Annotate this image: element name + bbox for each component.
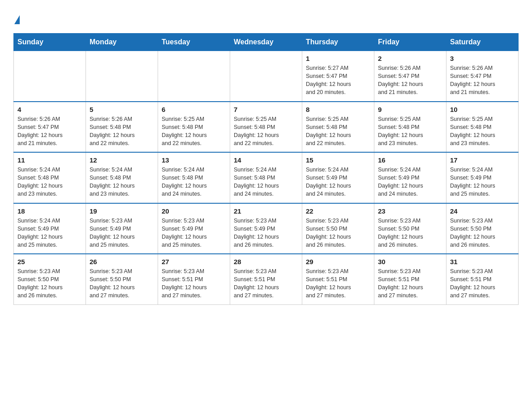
calendar-cell — [158, 51, 230, 102]
day-info: Sunrise: 5:27 AM Sunset: 5:47 PM Dayligh… — [306, 64, 370, 97]
day-info: Sunrise: 5:23 AM Sunset: 5:49 PM Dayligh… — [234, 217, 298, 249]
calendar-cell — [86, 51, 158, 102]
calendar-week-row: 1Sunrise: 5:27 AM Sunset: 5:47 PM Daylig… — [14, 51, 519, 102]
day-number: 30 — [378, 258, 442, 265]
day-number: 5 — [90, 106, 154, 113]
day-info: Sunrise: 5:23 AM Sunset: 5:51 PM Dayligh… — [378, 267, 442, 300]
calendar-cell: 19Sunrise: 5:23 AM Sunset: 5:49 PM Dayli… — [86, 203, 158, 254]
calendar-cell: 13Sunrise: 5:24 AM Sunset: 5:48 PM Dayli… — [158, 152, 230, 203]
day-number: 25 — [17, 258, 82, 265]
day-number: 10 — [450, 106, 515, 113]
day-info: Sunrise: 5:26 AM Sunset: 5:47 PM Dayligh… — [17, 115, 82, 148]
day-info: Sunrise: 5:24 AM Sunset: 5:48 PM Dayligh… — [234, 166, 298, 198]
day-info: Sunrise: 5:23 AM Sunset: 5:51 PM Dayligh… — [162, 267, 226, 300]
day-number: 21 — [234, 207, 298, 215]
day-number: 26 — [90, 258, 154, 265]
calendar-week-row: 25Sunrise: 5:23 AM Sunset: 5:50 PM Dayli… — [14, 254, 519, 304]
weekday-header: Wednesday — [230, 34, 302, 51]
calendar-cell: 6Sunrise: 5:25 AM Sunset: 5:48 PM Daylig… — [158, 102, 230, 153]
day-number: 13 — [162, 156, 226, 164]
day-number: 11 — [17, 156, 82, 164]
calendar-week-row: 4Sunrise: 5:26 AM Sunset: 5:47 PM Daylig… — [14, 102, 519, 153]
calendar-cell — [230, 51, 302, 102]
calendar-cell: 30Sunrise: 5:23 AM Sunset: 5:51 PM Dayli… — [374, 254, 446, 304]
day-number: 22 — [306, 207, 370, 215]
day-number: 29 — [306, 258, 370, 265]
weekday-header: Sunday — [14, 34, 86, 51]
day-info: Sunrise: 5:25 AM Sunset: 5:48 PM Dayligh… — [378, 115, 442, 148]
day-info: Sunrise: 5:24 AM Sunset: 5:49 PM Dayligh… — [450, 166, 515, 198]
day-number: 23 — [378, 207, 442, 215]
calendar-cell: 8Sunrise: 5:25 AM Sunset: 5:48 PM Daylig… — [302, 102, 374, 153]
calendar-cell: 17Sunrise: 5:24 AM Sunset: 5:49 PM Dayli… — [446, 152, 519, 203]
calendar-cell — [14, 51, 86, 102]
calendar-cell: 15Sunrise: 5:24 AM Sunset: 5:49 PM Dayli… — [302, 152, 374, 203]
day-number: 28 — [234, 258, 298, 265]
calendar-cell: 4Sunrise: 5:26 AM Sunset: 5:47 PM Daylig… — [14, 102, 86, 153]
day-number: 27 — [162, 258, 226, 265]
calendar-cell: 9Sunrise: 5:25 AM Sunset: 5:48 PM Daylig… — [374, 102, 446, 153]
logo — [13, 13, 20, 24]
calendar-cell: 28Sunrise: 5:23 AM Sunset: 5:51 PM Dayli… — [230, 254, 302, 304]
page: SundayMondayTuesdayWednesdayThursdayFrid… — [0, 0, 532, 314]
calendar-cell: 16Sunrise: 5:24 AM Sunset: 5:49 PM Dayli… — [374, 152, 446, 203]
day-info: Sunrise: 5:25 AM Sunset: 5:48 PM Dayligh… — [162, 115, 226, 148]
day-number: 8 — [306, 106, 370, 113]
day-info: Sunrise: 5:26 AM Sunset: 5:47 PM Dayligh… — [450, 64, 515, 97]
day-number: 9 — [378, 106, 442, 113]
day-info: Sunrise: 5:23 AM Sunset: 5:50 PM Dayligh… — [90, 267, 154, 300]
calendar-header-row: SundayMondayTuesdayWednesdayThursdayFrid… — [14, 34, 519, 51]
calendar-cell: 29Sunrise: 5:23 AM Sunset: 5:51 PM Dayli… — [302, 254, 374, 304]
calendar-cell: 23Sunrise: 5:23 AM Sunset: 5:50 PM Dayli… — [374, 203, 446, 254]
calendar-cell: 24Sunrise: 5:23 AM Sunset: 5:50 PM Dayli… — [446, 203, 519, 254]
day-info: Sunrise: 5:23 AM Sunset: 5:49 PM Dayligh… — [90, 217, 154, 249]
day-info: Sunrise: 5:26 AM Sunset: 5:48 PM Dayligh… — [90, 115, 154, 148]
day-number: 12 — [90, 156, 154, 164]
calendar-cell: 14Sunrise: 5:24 AM Sunset: 5:48 PM Dayli… — [230, 152, 302, 203]
calendar-cell: 21Sunrise: 5:23 AM Sunset: 5:49 PM Dayli… — [230, 203, 302, 254]
day-info: Sunrise: 5:24 AM Sunset: 5:48 PM Dayligh… — [90, 166, 154, 198]
calendar-cell: 26Sunrise: 5:23 AM Sunset: 5:50 PM Dayli… — [86, 254, 158, 304]
calendar-cell: 18Sunrise: 5:24 AM Sunset: 5:49 PM Dayli… — [14, 203, 86, 254]
day-info: Sunrise: 5:26 AM Sunset: 5:47 PM Dayligh… — [378, 64, 442, 97]
day-number: 16 — [378, 156, 442, 164]
day-info: Sunrise: 5:23 AM Sunset: 5:50 PM Dayligh… — [378, 217, 442, 249]
day-number: 15 — [306, 156, 370, 164]
day-number: 19 — [90, 207, 154, 215]
day-number: 3 — [450, 55, 515, 62]
day-number: 7 — [234, 106, 298, 113]
calendar-cell: 3Sunrise: 5:26 AM Sunset: 5:47 PM Daylig… — [446, 51, 519, 102]
day-info: Sunrise: 5:24 AM Sunset: 5:48 PM Dayligh… — [17, 166, 82, 198]
day-info: Sunrise: 5:23 AM Sunset: 5:51 PM Dayligh… — [450, 267, 515, 300]
calendar-cell: 20Sunrise: 5:23 AM Sunset: 5:49 PM Dayli… — [158, 203, 230, 254]
calendar-week-row: 18Sunrise: 5:24 AM Sunset: 5:49 PM Dayli… — [14, 203, 519, 254]
calendar-cell: 31Sunrise: 5:23 AM Sunset: 5:51 PM Dayli… — [446, 254, 519, 304]
calendar-cell: 22Sunrise: 5:23 AM Sunset: 5:50 PM Dayli… — [302, 203, 374, 254]
day-number: 6 — [162, 106, 226, 113]
calendar-cell: 10Sunrise: 5:25 AM Sunset: 5:48 PM Dayli… — [446, 102, 519, 153]
day-info: Sunrise: 5:24 AM Sunset: 5:49 PM Dayligh… — [378, 166, 442, 198]
day-number: 18 — [17, 207, 82, 215]
calendar-cell: 1Sunrise: 5:27 AM Sunset: 5:47 PM Daylig… — [302, 51, 374, 102]
day-number: 31 — [450, 258, 515, 265]
calendar-cell: 12Sunrise: 5:24 AM Sunset: 5:48 PM Dayli… — [86, 152, 158, 203]
day-number: 20 — [162, 207, 226, 215]
calendar: SundayMondayTuesdayWednesdayThursdayFrid… — [13, 33, 519, 305]
day-info: Sunrise: 5:23 AM Sunset: 5:50 PM Dayligh… — [306, 217, 370, 249]
calendar-cell: 25Sunrise: 5:23 AM Sunset: 5:50 PM Dayli… — [14, 254, 86, 304]
calendar-cell: 5Sunrise: 5:26 AM Sunset: 5:48 PM Daylig… — [86, 102, 158, 153]
calendar-cell: 2Sunrise: 5:26 AM Sunset: 5:47 PM Daylig… — [374, 51, 446, 102]
day-number: 4 — [17, 106, 82, 113]
calendar-week-row: 11Sunrise: 5:24 AM Sunset: 5:48 PM Dayli… — [14, 152, 519, 203]
day-info: Sunrise: 5:24 AM Sunset: 5:49 PM Dayligh… — [17, 217, 82, 249]
day-number: 1 — [306, 55, 370, 62]
header — [13, 13, 519, 24]
day-info: Sunrise: 5:23 AM Sunset: 5:51 PM Dayligh… — [306, 267, 370, 300]
day-info: Sunrise: 5:23 AM Sunset: 5:51 PM Dayligh… — [234, 267, 298, 300]
day-number: 14 — [234, 156, 298, 164]
calendar-cell: 7Sunrise: 5:25 AM Sunset: 5:48 PM Daylig… — [230, 102, 302, 153]
day-info: Sunrise: 5:23 AM Sunset: 5:49 PM Dayligh… — [162, 217, 226, 249]
weekday-header: Monday — [86, 34, 158, 51]
day-info: Sunrise: 5:24 AM Sunset: 5:49 PM Dayligh… — [306, 166, 370, 198]
calendar-cell: 11Sunrise: 5:24 AM Sunset: 5:48 PM Dayli… — [14, 152, 86, 203]
